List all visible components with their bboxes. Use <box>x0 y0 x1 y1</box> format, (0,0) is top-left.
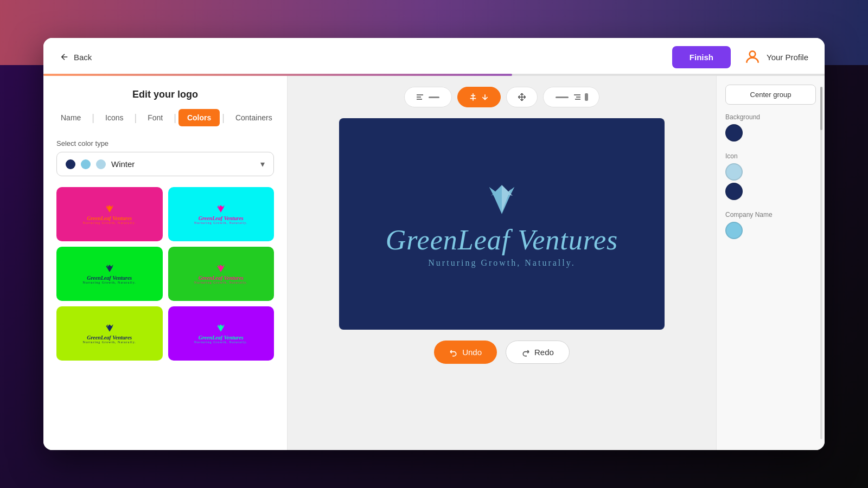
undo-icon <box>449 348 458 357</box>
swatch-card[interactable]: GreenLeaf Ventures Nurturing Growth, Nat… <box>56 306 163 361</box>
background-color-picker[interactable] <box>725 124 743 142</box>
swatch-card[interactable]: GreenLeaf Ventures Nurturing Growth, Nat… <box>56 247 163 301</box>
company-name: GreenLeaf Ventures <box>386 224 618 256</box>
redo-icon <box>521 348 530 357</box>
undo-label: Undo <box>462 348 482 357</box>
dot-mid <box>81 159 91 169</box>
sidebar-background-section: Background <box>725 113 816 144</box>
dropdown-selected: Winter <box>111 159 255 169</box>
swatch-icon <box>215 204 226 213</box>
right-sidebar: Center group Background Icon Company Nam… <box>716 76 825 450</box>
color-swatches-grid: GreenLeaf Ventures Nurturing Growth, Nat… <box>43 187 287 361</box>
panel-title: Edit your logo <box>43 76 287 109</box>
move-icon <box>518 93 526 101</box>
swatch-icon <box>215 264 226 273</box>
tab-icons[interactable]: Icons <box>97 109 132 126</box>
right-align-icon <box>573 93 582 101</box>
redo-button[interactable]: Redo <box>506 341 570 364</box>
svg-point-0 <box>750 51 756 57</box>
swatch-icon <box>104 264 115 273</box>
finish-button[interactable]: Finish <box>672 46 731 68</box>
tab-font[interactable]: Font <box>139 109 171 126</box>
dropdown-arrow-icon: ▾ <box>260 159 265 169</box>
profile-label: Your Profile <box>767 53 808 62</box>
logo-tagline: Nurturing Growth, Naturally. <box>428 258 575 268</box>
down-arrow-icon <box>481 93 489 101</box>
sidebar-company-name-section: Company Name <box>725 211 816 241</box>
swatch-icon <box>104 204 115 213</box>
swatch-icon <box>215 324 226 332</box>
back-arrow-icon <box>60 52 69 62</box>
company-name-color-picker[interactable] <box>725 222 743 239</box>
sidebar-icon-section: Icon <box>725 152 816 202</box>
dot-dark <box>66 159 75 169</box>
left-align-icon <box>416 93 424 101</box>
dot-light <box>96 159 106 169</box>
swatch-card[interactable]: GreenLeaf Ventures Nurturing Growth, Nat… <box>168 187 275 241</box>
tab-name[interactable]: Name <box>52 109 90 126</box>
tabs-row: Name | Icons | Font | Colors | Container… <box>43 109 287 135</box>
scrollbar-track[interactable] <box>820 87 822 439</box>
canvas-area: GreenLeaf Ventures Nurturing Growth, Nat… <box>288 76 716 450</box>
tab-colors[interactable]: Colors <box>178 109 220 126</box>
center-group-button[interactable]: Center group <box>725 85 816 105</box>
toolbar-row <box>404 87 599 107</box>
move-tool[interactable] <box>506 87 538 107</box>
profile-icon <box>744 48 761 66</box>
right-align-tool[interactable] <box>543 87 599 107</box>
icon-label: Icon <box>725 152 816 160</box>
icon-color-picker-1[interactable] <box>725 163 743 181</box>
logo-icon <box>480 181 524 219</box>
profile-section[interactable]: Your Profile <box>744 48 808 66</box>
company-name-label: Company Name <box>725 211 816 219</box>
bottom-actions: Undo Redo <box>434 341 570 364</box>
redo-label: Redo <box>534 348 554 357</box>
back-button[interactable]: Back <box>60 52 92 62</box>
scrollbar-thumb <box>820 87 822 130</box>
tab-containers[interactable]: Containers <box>227 109 281 126</box>
content-area: Edit your logo Name | Icons | Font | Col… <box>43 76 825 450</box>
undo-button[interactable]: Undo <box>434 341 497 364</box>
center-tool[interactable] <box>457 87 501 107</box>
swatch-icon <box>104 324 115 332</box>
icon-color-picker-2[interactable] <box>725 183 743 200</box>
left-align-tool[interactable] <box>404 87 452 107</box>
logo-canvas: GreenLeaf Ventures Nurturing Growth, Nat… <box>339 118 665 330</box>
top-right-actions: Finish Your Profile <box>672 46 808 68</box>
swatch-card[interactable]: GreenLeaf Ventures Nurturing Growth, Nat… <box>56 187 163 241</box>
swatch-card[interactable]: GreenLeaf Ventures Nurturing Growth, Nat… <box>168 306 275 361</box>
swatch-card[interactable]: GreenLeaf Ventures Nurturing Growth, Nat… <box>168 247 275 301</box>
left-panel: Edit your logo Name | Icons | Font | Col… <box>43 76 288 450</box>
center-icon <box>469 93 477 101</box>
color-dropdown[interactable]: Winter ▾ <box>56 152 274 176</box>
background-label: Background <box>725 113 816 121</box>
back-label: Back <box>74 53 92 62</box>
top-bar: Back Finish Your Profile <box>43 38 825 76</box>
color-type-label: Select color type <box>43 135 287 152</box>
